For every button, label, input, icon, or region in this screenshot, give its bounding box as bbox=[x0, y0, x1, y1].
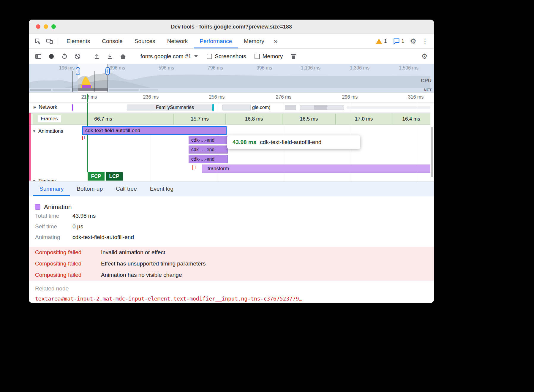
tab-call-tree[interactable]: Call tree bbox=[109, 181, 143, 196]
disclosure-right-icon: ▶ bbox=[34, 105, 36, 109]
screenshots-checkbox[interactable]: Screenshots bbox=[203, 53, 250, 60]
inspect-element-icon[interactable] bbox=[32, 34, 44, 48]
network-request-label: gle.com) bbox=[252, 105, 270, 110]
ruler-tick: 236 ms bbox=[143, 94, 159, 100]
network-request-bar[interactable] bbox=[314, 105, 327, 110]
animation-tooltip: 43.98 ms cdk-text-field-autofill-end bbox=[227, 135, 360, 149]
minimize-button[interactable] bbox=[44, 24, 48, 29]
compositing-warning-row: Compositing failed Invalid animation or … bbox=[29, 247, 434, 258]
compositing-warning-row: Compositing failed Animation has no visi… bbox=[29, 269, 434, 281]
animation-bar[interactable]: cdk-…-end bbox=[189, 155, 228, 163]
tab-memory[interactable]: Memory bbox=[238, 34, 270, 48]
network-request-bar[interactable] bbox=[72, 104, 73, 111]
overview-dim-right bbox=[108, 64, 434, 93]
toggle-sidebar-icon[interactable] bbox=[32, 53, 44, 60]
network-request-bar[interactable] bbox=[222, 105, 251, 110]
network-request-bar[interactable] bbox=[212, 104, 214, 111]
vertical-scrollbar[interactable] bbox=[431, 127, 433, 177]
fail-message: Invalid animation or effect bbox=[101, 249, 165, 256]
frame-cell[interactable]: 16.4 ms bbox=[392, 114, 430, 124]
tab-bottom-up[interactable]: Bottom-up bbox=[70, 181, 109, 196]
timeline-panel: 216 ms 236 ms 256 ms 276 ms 296 ms 316 m… bbox=[29, 93, 434, 181]
frame-cell[interactable]: 17.0 ms bbox=[336, 114, 392, 124]
close-button[interactable] bbox=[36, 24, 40, 29]
frames-track: 66.7 ms 15.7 ms 16.8 ms 16.5 ms 17.0 ms … bbox=[29, 113, 430, 125]
warnings-indicator[interactable]: 1 bbox=[372, 34, 390, 48]
fail-label: Compositing failed bbox=[35, 272, 101, 278]
selection-left-handle[interactable] bbox=[76, 67, 80, 75]
kebab-menu-icon[interactable]: ⋮ bbox=[419, 34, 431, 48]
network-track-header[interactable]: ▶ Network bbox=[31, 104, 60, 111]
tab-console[interactable]: Console bbox=[96, 34, 129, 48]
record-button[interactable] bbox=[45, 53, 57, 60]
ruler-tick: 316 ms bbox=[408, 94, 424, 100]
frame-cell[interactable]: 16.8 ms bbox=[226, 114, 282, 124]
transform-animation-bar[interactable]: transform bbox=[202, 165, 430, 173]
issues-indicator[interactable]: 1 bbox=[390, 34, 407, 48]
chevron-down-icon bbox=[194, 55, 198, 57]
tab-sources[interactable]: Sources bbox=[129, 34, 161, 48]
network-request-bar[interactable] bbox=[285, 105, 296, 110]
tab-elements[interactable]: Elements bbox=[61, 34, 96, 48]
animation-bar[interactable]: cdk-…-end bbox=[189, 146, 228, 154]
animation-color-swatch bbox=[35, 204, 40, 210]
overview-marker-line bbox=[72, 71, 72, 92]
fcp-marker-badge: FCP bbox=[88, 172, 105, 181]
timeline-overview[interactable]: 196 ms 396 ms 596 ms 796 ms 996 ms 1,196… bbox=[29, 64, 434, 93]
home-icon[interactable] bbox=[117, 53, 129, 60]
animations-track-label: Animations bbox=[38, 128, 63, 134]
details-tabbar: Summary Bottom-up Call tree Event log bbox=[29, 181, 434, 196]
disclosure-down-icon: ▼ bbox=[32, 179, 36, 181]
tab-network[interactable]: Network bbox=[161, 34, 194, 48]
reload-record-icon[interactable] bbox=[59, 53, 70, 60]
flame-chart-area[interactable]: FamilySummaries gle.com) ▶ Network 66.7 … bbox=[29, 103, 434, 181]
collect-garbage-icon[interactable] bbox=[287, 53, 299, 60]
frame-cell[interactable]: 16.5 ms bbox=[282, 114, 336, 124]
disclosure-down-icon: ▼ bbox=[32, 129, 36, 133]
event-legend: Animation bbox=[35, 203, 434, 211]
devtools-window: DevTools - fonts.google.com/?preview.siz… bbox=[29, 20, 434, 303]
ruler-tick: 296 ms bbox=[342, 94, 358, 100]
net-strip-label: NET bbox=[424, 88, 432, 92]
settings-gear-icon[interactable]: ⚙ bbox=[407, 34, 419, 48]
animation-bar-selected[interactable]: cdk-text-field-autofill-end bbox=[82, 126, 227, 135]
self-time-row: Self time 0 µs bbox=[35, 221, 434, 232]
selection-right-handle[interactable] bbox=[105, 67, 110, 75]
network-request-label: FamilySummaries bbox=[156, 105, 194, 110]
animation-bar[interactable]: cdk-…-end bbox=[189, 136, 228, 144]
animating-label: Animating bbox=[35, 234, 72, 241]
device-toolbar-icon[interactable] bbox=[44, 34, 56, 48]
memory-checkbox[interactable]: Memory bbox=[251, 53, 287, 60]
total-time-row: Total time 43.98 ms bbox=[35, 211, 434, 221]
clear-icon[interactable] bbox=[72, 53, 83, 60]
zoom-button[interactable] bbox=[51, 24, 56, 29]
message-count: 1 bbox=[402, 38, 404, 44]
fail-message: Effect has unsupported timing parameters bbox=[101, 260, 206, 267]
save-profile-icon[interactable] bbox=[104, 53, 116, 60]
animation-issue-tick bbox=[82, 136, 83, 140]
network-request-bar[interactable] bbox=[347, 106, 430, 109]
capture-settings-gear-icon[interactable]: ⚙ bbox=[418, 53, 430, 60]
overview-dim-left bbox=[29, 64, 78, 93]
performance-toolbar: fonts.google.com #1 Screenshots Memory ⚙ bbox=[29, 49, 434, 64]
tab-summary[interactable]: Summary bbox=[33, 181, 70, 196]
frames-track-label: Frames bbox=[38, 115, 61, 122]
traffic-lights bbox=[36, 24, 56, 29]
more-tabs-icon[interactable]: » bbox=[270, 34, 281, 48]
self-time-value: 0 µs bbox=[72, 223, 83, 230]
timings-track-label: Timings bbox=[38, 178, 56, 181]
load-profile-icon[interactable] bbox=[91, 53, 103, 60]
related-node-label: Related node bbox=[35, 285, 434, 292]
timings-track-header[interactable]: ▼ Timings bbox=[32, 178, 56, 181]
animations-track-header[interactable]: ▼ Animations bbox=[32, 128, 63, 134]
main-tabbar: Elements Console Sources Network Perform… bbox=[29, 34, 434, 49]
animation-issue-tick bbox=[192, 165, 193, 170]
frame-cell[interactable]: 15.7 ms bbox=[174, 114, 226, 124]
session-select[interactable]: fonts.google.com #1 bbox=[136, 53, 202, 60]
divider bbox=[58, 37, 58, 45]
related-node-link[interactable]: textarea#mat-input-2.mat-mdc-input-eleme… bbox=[35, 295, 434, 302]
tooltip-duration: 43.98 ms bbox=[233, 139, 256, 146]
warning-icon bbox=[375, 38, 383, 45]
tab-event-log[interactable]: Event log bbox=[143, 181, 180, 196]
tab-performance[interactable]: Performance bbox=[194, 34, 238, 48]
